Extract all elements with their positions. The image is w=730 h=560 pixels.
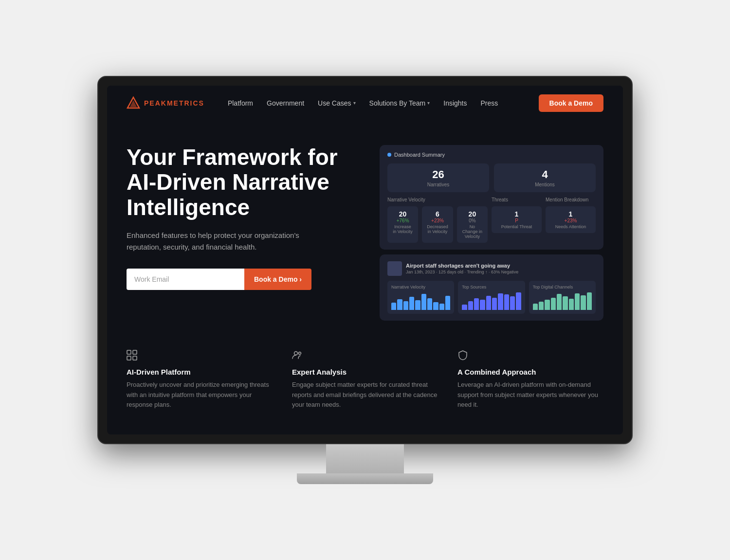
mentions-label: Mentions: [501, 182, 589, 187]
shield-icon: [457, 350, 603, 363]
bar: [587, 292, 592, 310]
bar: [492, 298, 497, 310]
bar: [504, 294, 509, 310]
hero-demo-button[interactable]: Book a Demo ›: [244, 269, 311, 290]
mention-stats: 1 +23% Needs Attention: [546, 206, 596, 233]
nav-use-cases[interactable]: Use Cases ▾: [318, 99, 355, 107]
narrative-detail-card: Airport staff shortages aren't going awa…: [380, 254, 603, 321]
top-sources-label: Top Sources: [462, 285, 521, 289]
chevron-down-icon: ▾: [427, 100, 430, 106]
bar: [575, 293, 580, 310]
bar: [498, 293, 503, 310]
hero-subtitle: Enhanced features to help protect your o…: [127, 230, 302, 253]
dashboard-header: Dashboard Summary: [387, 152, 596, 158]
monitor-stand-base: [297, 473, 433, 484]
narrative-title: Airport staff shortages aren't going awa…: [406, 263, 596, 269]
dashboard-summary-card: Dashboard Summary 26 Narratives 4 Mentio…: [380, 145, 603, 250]
feature-combined-approach: A Combined Approach Leverage an AI-drive…: [457, 350, 603, 410]
bar: [391, 303, 396, 309]
feature-expert-desc: Engage subject matter experts for curate…: [292, 380, 438, 410]
bar: [533, 304, 538, 310]
svg-rect-4: [127, 356, 131, 360]
stats-sections: Narrative Velocity 20 +76% Increase in V…: [387, 197, 596, 243]
bar: [468, 301, 473, 310]
bar: [415, 300, 420, 310]
bar: [421, 294, 426, 309]
bar: [486, 296, 491, 310]
sources-bars: [462, 292, 521, 310]
threats-section: Threats 1 P Potential Threat: [492, 197, 542, 243]
digital-channels-label: Top Digital Channels: [533, 285, 592, 289]
narrative-meta: Airport staff shortages aren't going awa…: [406, 263, 596, 274]
nav-book-demo-button[interactable]: Book a Demo: [539, 94, 603, 112]
feature-ai-platform: AI-Driven Platform Proactively uncover a…: [127, 350, 273, 410]
threats-title: Threats: [492, 197, 542, 202]
monitor-body: PEAKMETRICS Platform Government Use Case…: [97, 76, 633, 444]
nav-insights[interactable]: Insights: [443, 99, 467, 107]
stat-chip-0: 20 +76% Increase in Velocity: [387, 206, 418, 243]
users-icon: [292, 350, 438, 363]
chevron-down-icon: ▾: [353, 100, 356, 106]
dashboard-title: Dashboard Summary: [394, 152, 445, 158]
bar: [462, 305, 467, 310]
bar: [445, 296, 450, 310]
channels-bars: [533, 292, 592, 310]
bar: [427, 298, 432, 309]
threat-stats: 1 P Potential Threat: [492, 206, 542, 233]
feature-combined-desc: Leverage an AI-driven platform with on-d…: [457, 380, 603, 410]
email-input[interactable]: [127, 269, 244, 290]
brand-name: PEAKMETRICS: [144, 99, 204, 107]
narrative-date: Jan 13th, 2023 · 125 days old · Trending…: [406, 270, 596, 274]
nav-government[interactable]: Government: [267, 99, 304, 107]
nav-platform[interactable]: Platform: [228, 99, 253, 107]
bar: [439, 304, 444, 310]
narrative-header: Airport staff shortages aren't going awa…: [387, 261, 596, 276]
hero-section: Your Framework for AI-Driven Narrative I…: [107, 121, 623, 350]
svg-point-7: [299, 352, 301, 354]
bar: [539, 302, 544, 310]
monitor-screen: PEAKMETRICS Platform Government Use Case…: [107, 86, 623, 434]
stat-chip-2: 20 0% No Change in Velocity: [457, 206, 488, 243]
monitor-wrapper: PEAKMETRICS Platform Government Use Case…: [97, 76, 633, 484]
narratives-label: Narratives: [394, 182, 482, 187]
hero-dashboard: Dashboard Summary 26 Narratives 4 Mentio…: [380, 145, 603, 321]
svg-rect-3: [133, 350, 137, 354]
narrative-charts: Narrative Velocity: [387, 281, 596, 314]
narratives-metric: 26 Narratives: [387, 163, 489, 192]
bar: [474, 298, 479, 309]
stat-chip-1: 6 +23% Decreased in Velocity: [422, 206, 453, 243]
mention-breakdown-section: Mention Breakdown 1 +23% Needs Attention: [546, 197, 596, 243]
hero-form: Book a Demo ›: [127, 269, 311, 290]
velocity-bars: [391, 292, 450, 310]
logo[interactable]: PEAKMETRICS: [127, 96, 204, 110]
svg-rect-5: [133, 356, 137, 360]
bar: [403, 301, 408, 310]
mention-breakdown-title: Mention Breakdown: [546, 197, 596, 202]
hero-left: Your Framework for AI-Driven Narrative I…: [127, 145, 350, 290]
bar: [516, 292, 521, 310]
bar: [557, 294, 562, 309]
narratives-count: 26: [394, 168, 482, 181]
logo-icon: [127, 96, 140, 110]
bar: [480, 300, 485, 310]
svg-rect-2: [127, 350, 131, 354]
mentions-count: 4: [501, 168, 589, 181]
feature-expert-title: Expert Analysis: [292, 368, 438, 376]
bar: [551, 298, 556, 310]
stat-chip-4: 1 +23% Needs Attention: [546, 206, 596, 233]
bar: [563, 296, 567, 310]
nav-solutions-by-team[interactable]: Solutions By Team ▾: [369, 99, 430, 107]
navbar: PEAKMETRICS Platform Government Use Case…: [107, 86, 623, 121]
bar: [581, 295, 585, 310]
top-sources-chart: Top Sources: [458, 281, 525, 314]
bar: [433, 302, 438, 310]
svg-point-6: [294, 351, 298, 355]
feature-ai-title: AI-Driven Platform: [127, 368, 273, 376]
nav-press[interactable]: Press: [481, 99, 498, 107]
bar: [569, 299, 574, 310]
velocity-title: Narrative Velocity: [387, 197, 488, 202]
mentions-metric: 4 Mentions: [494, 163, 596, 192]
narrative-avatar: [387, 261, 402, 276]
velocity-chart-label: Narrative Velocity: [391, 285, 450, 289]
velocity-section: Narrative Velocity 20 +76% Increase in V…: [387, 197, 488, 243]
